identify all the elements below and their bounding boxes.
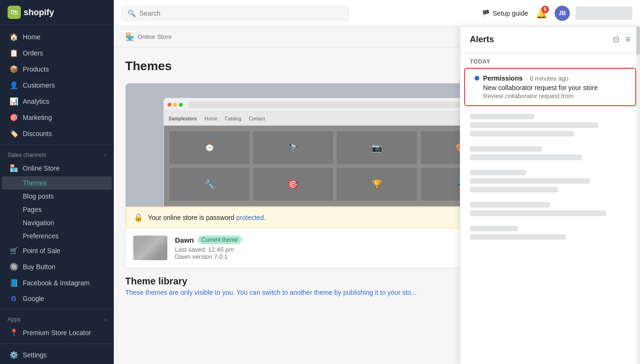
setup-guide-label: Setup guide <box>493 9 528 17</box>
sidebar-item-pos[interactable]: 🛒 Point of Sale <box>2 243 112 259</box>
placeholder-row <box>470 210 606 216</box>
placeholder-row <box>470 114 534 119</box>
placeholder-row <box>470 170 526 175</box>
sidebar-sub-item-pages[interactable]: Pages <box>2 203 112 216</box>
alerts-actions: ⊙ ≡ <box>613 34 631 45</box>
chevron-right-icon: › <box>105 153 106 158</box>
sidebar-item-settings[interactable]: ⚙️ Settings <box>2 347 112 363</box>
sidebar-sub-item-themes[interactable]: Themes <box>2 176 112 190</box>
sidebar-item-online-store[interactable]: 🏪 Online Store <box>2 160 112 176</box>
alert-item-permissions[interactable]: Permissions · 8 minutes ago New collabor… <box>464 68 636 106</box>
tool-1: ⌚ <box>170 131 250 164</box>
placeholder-row <box>470 226 518 231</box>
breadcrumb-icon: 🏪 <box>125 32 135 41</box>
avatar-initials: JB <box>558 10 566 17</box>
alert-unread-dot <box>475 76 479 81</box>
breadcrumb-label: Online Store <box>137 33 172 40</box>
search-bar[interactable]: 🔍 <box>121 6 349 20</box>
browser-dot-green <box>179 103 183 107</box>
sidebar-item-label: Premium Store Locator <box>23 329 91 337</box>
notification-badge: 6 <box>541 6 549 13</box>
placeholder-row <box>470 146 542 152</box>
sidebar-item-facebook-instagram[interactable]: 📘 Facebook & Instagram <box>2 275 112 291</box>
placeholder-row <box>470 234 566 240</box>
sidebar-item-label: Point of Sale <box>23 247 60 255</box>
main-wrapper: 🔍 🏴 Setup guide 🔔 6 JB 🏪 Online Store Th… <box>114 0 640 364</box>
flag-icon: 🏴 <box>482 9 490 17</box>
sidebar-item-marketing[interactable]: 🎯 Marketing <box>2 109 112 126</box>
current-theme-badge: Current theme <box>198 236 242 244</box>
pages-label: Pages <box>23 206 42 213</box>
tool-7: 🎯 <box>253 168 333 200</box>
analytics-icon: 📊 <box>9 97 18 106</box>
placeholder-row <box>470 131 574 136</box>
themes-label: Themes <box>23 179 47 187</box>
store-locator-icon: 📍 <box>9 328 18 337</box>
alerts-placeholder-area <box>460 106 640 247</box>
password-link[interactable]: protected. <box>236 214 265 221</box>
sidebar-item-label: Buy Button <box>23 263 55 271</box>
sidebar-item-label: Products <box>23 65 49 73</box>
menu-icon[interactable]: ≡ <box>625 35 631 45</box>
setup-guide-button[interactable]: 🏴 Setup guide <box>482 9 528 17</box>
browser-dot-yellow <box>174 103 177 107</box>
sidebar-item-label: Analytics <box>23 98 49 105</box>
buy-button-icon: 🔘 <box>9 263 18 271</box>
placeholder-row <box>470 122 598 128</box>
navigation-label: Navigation <box>23 219 54 227</box>
scrollbar-track[interactable] <box>636 27 640 364</box>
home-icon: 🏠 <box>9 33 18 41</box>
sidebar-item-analytics[interactable]: 📊 Analytics <box>2 93 112 109</box>
placeholder-row <box>470 187 558 192</box>
avatar-button[interactable]: JB <box>555 6 570 21</box>
sidebar-divider-1 <box>0 145 114 145</box>
placeholder-row <box>470 202 550 208</box>
settings-icon: ⚙️ <box>9 351 18 359</box>
store-name-in-browser: Samplestore <box>169 116 197 121</box>
chevron-right-icon-2: › <box>105 317 106 322</box>
theme-thumbnail <box>133 236 167 260</box>
placeholder-row <box>470 178 590 184</box>
sidebar-item-premium-store-locator[interactable]: 📍 Premium Store Locator <box>2 325 112 341</box>
sidebar-item-label: Marketing <box>23 114 52 121</box>
tool-8: 🏆 <box>337 168 417 200</box>
password-warning-text: Your online store is password protected. <box>148 214 266 221</box>
search-input[interactable] <box>139 9 343 17</box>
sidebar-item-products[interactable]: 📦 Products <box>2 61 112 77</box>
topbar-right: 🏴 Setup guide 🔔 6 JB <box>482 6 632 21</box>
tool-2: 🔭 <box>253 131 333 164</box>
sidebar-item-label: Facebook & Instagram <box>23 279 90 287</box>
alerts-header: Alerts ⊙ ≡ <box>460 27 640 53</box>
sidebar-item-label: Google <box>23 295 44 302</box>
sidebar-sub-item-preferences[interactable]: Preferences <box>2 229 112 243</box>
tool-6: 🔧 <box>170 168 250 200</box>
sidebar-sub-item-blog-posts[interactable]: Blog posts <box>2 190 112 203</box>
sidebar-item-google[interactable]: G Google <box>2 291 112 306</box>
alert-time: · 8 minutes ago <box>526 75 568 82</box>
sidebar-item-discounts[interactable]: 🏷️ Discounts <box>2 126 112 142</box>
topbar: 🔍 🏴 Setup guide 🔔 6 JB <box>114 0 640 27</box>
sidebar-header: 🛍 shopify <box>0 0 114 25</box>
sidebar-item-label: Online Store <box>23 164 60 172</box>
placeholder-group-2 <box>470 146 631 160</box>
theme-thumbnail-inner <box>133 236 167 260</box>
sales-channels-section[interactable]: Sales channels › <box>0 148 114 160</box>
sidebar-item-home[interactable]: 🏠 Home <box>2 29 112 45</box>
nav-catalog: Catalog <box>225 116 241 121</box>
sidebar-divider-2 <box>0 309 114 309</box>
customers-icon: 👤 <box>9 81 18 90</box>
shopify-logo[interactable]: 🛍 shopify <box>8 6 54 19</box>
apps-section[interactable]: Apps › <box>0 312 114 325</box>
scrollbar-thumb[interactable] <box>636 27 640 55</box>
check-circle-icon[interactable]: ⊙ <box>613 34 620 45</box>
browser-dot-red <box>168 103 172 107</box>
orders-icon: 📋 <box>9 49 18 57</box>
sidebar-sub-item-navigation[interactable]: Navigation <box>2 216 112 229</box>
sidebar-item-customers[interactable]: 👤 Customers <box>2 77 112 93</box>
sidebar-item-buy-button[interactable]: 🔘 Buy Button <box>2 259 112 275</box>
placeholder-group-4 <box>470 202 631 216</box>
notification-button[interactable]: 🔔 6 <box>534 6 549 21</box>
sidebar-item-orders[interactable]: 📋 Orders <box>2 45 112 61</box>
placeholder-group-3 <box>470 170 631 192</box>
shopify-logo-text: shopify <box>24 8 54 18</box>
